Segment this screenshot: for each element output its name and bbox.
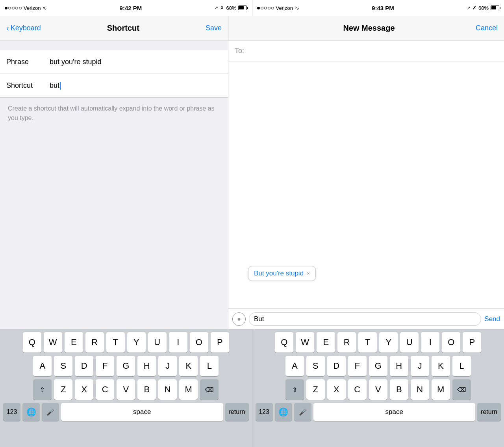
key-g-r[interactable]: G xyxy=(369,356,387,376)
key-u-r[interactable]: U xyxy=(400,332,419,353)
key-p[interactable]: P xyxy=(211,332,229,353)
right-dot-2 xyxy=(261,7,263,9)
key-a[interactable]: A xyxy=(33,356,52,376)
shortcut-value: but xyxy=(50,81,222,90)
shortcut-label: Shortcut xyxy=(6,81,50,90)
key-mic-left[interactable]: 🎤 xyxy=(42,403,59,421)
key-g[interactable]: G xyxy=(117,356,135,376)
key-space-left[interactable]: space xyxy=(61,403,223,421)
key-z-r[interactable]: Z xyxy=(306,379,325,400)
key-t[interactable]: T xyxy=(106,332,125,353)
key-l-r[interactable]: L xyxy=(452,356,471,376)
key-a-r[interactable]: A xyxy=(285,356,304,376)
message-text-input[interactable] xyxy=(249,312,481,326)
key-u[interactable]: U xyxy=(148,332,167,353)
key-t-r[interactable]: T xyxy=(358,332,377,353)
key-q[interactable]: Q xyxy=(23,332,41,353)
key-p-r[interactable]: P xyxy=(463,332,481,353)
key-n-r[interactable]: N xyxy=(411,379,429,400)
key-x-r[interactable]: X xyxy=(327,379,346,400)
key-c-r[interactable]: C xyxy=(348,379,367,400)
key-c[interactable]: C xyxy=(96,379,114,400)
left-panel: ‹ Keyboard Shortcut Save Phrase but you'… xyxy=(0,16,228,329)
key-h-r[interactable]: H xyxy=(390,356,408,376)
right-dot-4 xyxy=(268,7,271,9)
key-d-r[interactable]: D xyxy=(327,356,346,376)
key-globe-left[interactable]: 🌐 xyxy=(22,403,40,421)
key-s[interactable]: S xyxy=(54,356,72,376)
key-i[interactable]: I xyxy=(169,332,187,353)
key-return-right[interactable]: return xyxy=(477,403,501,421)
save-button[interactable]: Save xyxy=(206,24,222,32)
key-space-right[interactable]: space xyxy=(313,403,476,421)
key-123-left[interactable]: 123 xyxy=(3,403,20,421)
key-y-r[interactable]: Y xyxy=(379,332,398,353)
left-carrier: Verizon xyxy=(24,5,41,11)
key-i-r[interactable]: I xyxy=(421,332,439,353)
key-x[interactable]: X xyxy=(75,379,93,400)
shift-key-right[interactable]: ⇧ xyxy=(285,379,304,400)
key-o-r[interactable]: O xyxy=(442,332,460,353)
autocomplete-close-icon[interactable]: × xyxy=(307,270,310,277)
key-j-r[interactable]: J xyxy=(411,356,429,376)
key-f-r[interactable]: F xyxy=(348,356,367,376)
key-j[interactable]: J xyxy=(158,356,177,376)
to-field[interactable]: To: xyxy=(228,41,504,61)
phrase-label: Phrase xyxy=(6,58,50,66)
cancel-button[interactable]: Cancel xyxy=(476,24,498,32)
key-r[interactable]: R xyxy=(85,332,104,353)
key-mic-right[interactable]: 🎤 xyxy=(294,403,311,421)
camera-icon[interactable]: ● xyxy=(232,312,246,326)
delete-key-left[interactable]: ⌫ xyxy=(200,379,219,400)
left-battery-group: ↗ ✗ 60% xyxy=(214,5,247,11)
key-o[interactable]: O xyxy=(190,332,208,353)
key-return-left[interactable]: return xyxy=(225,403,249,421)
key-k[interactable]: K xyxy=(179,356,198,376)
left-time: 9:42 PM xyxy=(120,5,142,11)
key-y[interactable]: Y xyxy=(127,332,146,353)
key-v[interactable]: V xyxy=(117,379,135,400)
left-wifi-icon: ∿ xyxy=(43,5,47,11)
autocomplete-suggestion: But you're stupid xyxy=(254,270,304,277)
key-k-r[interactable]: K xyxy=(432,356,450,376)
right-dot-1 xyxy=(257,7,260,9)
key-n[interactable]: N xyxy=(158,379,177,400)
key-z[interactable]: Z xyxy=(54,379,72,400)
key-w[interactable]: W xyxy=(44,332,62,353)
key-e[interactable]: E xyxy=(65,332,83,353)
send-button[interactable]: Send xyxy=(484,315,500,323)
key-q-r[interactable]: Q xyxy=(275,332,293,353)
right-dot-3 xyxy=(264,7,267,9)
key-globe-right[interactable]: 🌐 xyxy=(275,403,292,421)
key-b[interactable]: B xyxy=(137,379,156,400)
left-battery-pct: 60% xyxy=(226,5,236,11)
dot-1 xyxy=(5,7,7,9)
status-bar: Verizon ∿ 9:42 PM ↗ ✗ 60% Verizon ∿ 9:43 xyxy=(0,0,504,16)
key-m-r[interactable]: M xyxy=(432,379,450,400)
key-l[interactable]: L xyxy=(200,356,219,376)
shortcut-row[interactable]: Shortcut but xyxy=(0,74,228,98)
key-w-r[interactable]: W xyxy=(296,332,314,353)
keyboard: Q W E R T Y U I O P A S D F G H J K L ⇧ … xyxy=(0,329,504,447)
delete-key-right[interactable]: ⌫ xyxy=(452,379,471,400)
key-m[interactable]: M xyxy=(179,379,198,400)
key-b-r[interactable]: B xyxy=(390,379,408,400)
key-123-right[interactable]: 123 xyxy=(256,403,273,421)
right-battery-bar xyxy=(491,6,499,10)
shift-key-left[interactable]: ⇧ xyxy=(33,379,52,400)
back-button[interactable]: ‹ Keyboard xyxy=(6,24,41,33)
right-bluetooth-icon: ✗ xyxy=(472,5,476,11)
left-nav-title: Shortcut xyxy=(107,24,139,33)
autocomplete-bubble[interactable]: But you're stupid × xyxy=(248,266,316,281)
key-s-r[interactable]: S xyxy=(306,356,325,376)
message-input-bar: ● Send xyxy=(228,308,504,329)
key-h[interactable]: H xyxy=(137,356,156,376)
key-e-r[interactable]: E xyxy=(317,332,335,353)
keyboard-row-3-left: ⇧ Z X C V B N M ⌫ xyxy=(2,379,250,400)
key-f[interactable]: F xyxy=(96,356,114,376)
dot-3 xyxy=(12,7,15,9)
key-v-r[interactable]: V xyxy=(369,379,387,400)
right-location-icon: ↗ xyxy=(467,5,471,11)
key-r-r[interactable]: R xyxy=(337,332,356,353)
key-d[interactable]: D xyxy=(75,356,93,376)
